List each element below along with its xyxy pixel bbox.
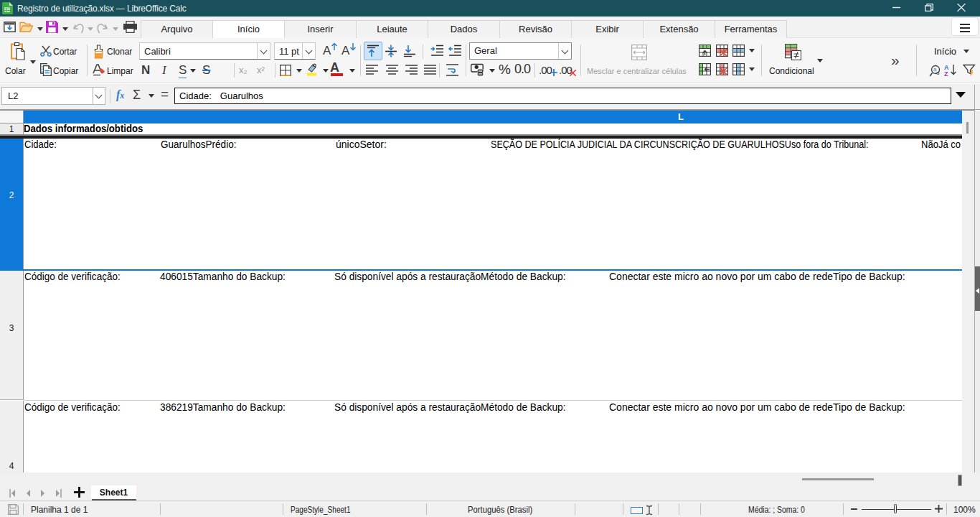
svg-text:Z: Z (944, 70, 948, 77)
svg-text:d: d (936, 70, 939, 76)
